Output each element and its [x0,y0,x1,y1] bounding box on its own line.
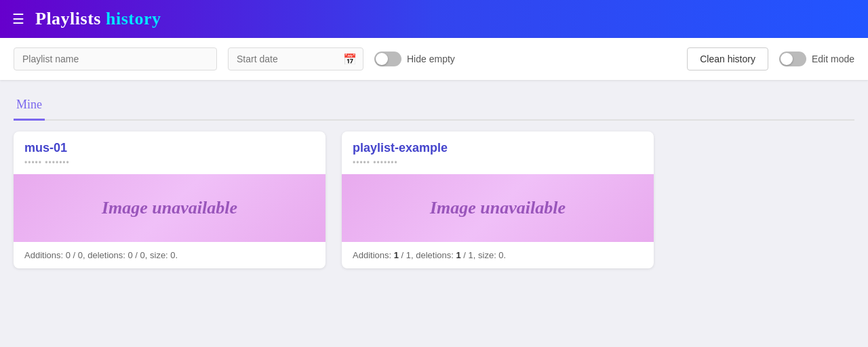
card-title: playlist-example [353,141,643,155]
card-footer-deletions-suffix: / 1, size: 0. [461,250,506,260]
card-footer-text: Additions: 0 / 0, deletions: 0 / 0, size… [24,250,178,260]
playlist-card[interactable]: mus-01 ••••• ••••••• Image unavailable A… [14,131,326,268]
card-footer-deletions-bold: 1 [456,250,461,260]
hide-empty-toggle[interactable] [374,52,401,66]
edit-mode-label: Edit mode [812,54,854,64]
hamburger-icon[interactable]: ☰ [12,11,24,27]
card-footer-additions-bold: 1 [394,250,399,260]
hide-empty-group: Hide empty [374,52,676,66]
card-footer: Additions: 1 / 1, deletions: 1 / 1, size… [342,242,654,268]
card-subtitle: ••••• ••••••• [24,158,315,167]
card-footer-additions-suffix: / 1, deletions: [399,250,456,260]
playlist-card[interactable]: playlist-example ••••• ••••••• Image una… [342,131,654,268]
app-title: Playlists history [35,9,161,29]
playlist-name-input[interactable] [14,47,217,70]
hide-empty-label: Hide empty [407,54,455,64]
title-history: history [106,9,161,28]
title-playlists: Playlists [35,9,101,28]
cards-grid: mus-01 ••••• ••••••• Image unavailable A… [14,131,854,268]
app-header: ☰ Playlists history [0,0,868,38]
card-subtitle: ••••• ••••••• [353,158,643,167]
image-unavailable-text: Image unavailable [102,198,237,218]
tab-mine[interactable]: Mine [14,94,45,121]
toolbar: 📅 Hide empty Clean history Edit mode [0,38,868,80]
image-unavailable-text: Image unavailable [430,198,566,218]
card-header: mus-01 ••••• ••••••• [14,131,326,174]
tabs-row: Mine [14,94,854,121]
edit-mode-toggle[interactable] [779,52,806,66]
card-header: playlist-example ••••• ••••••• [342,131,654,174]
clean-history-button[interactable]: Clean history [687,47,768,70]
content-area: Mine mus-01 ••••• ••••••• Image unavaila… [0,80,868,282]
card-title: mus-01 [24,141,315,155]
edit-mode-group: Edit mode [779,52,854,66]
start-date-wrapper: 📅 [228,47,363,70]
card-footer-additions-prefix: Additions: [353,250,394,260]
card-footer: Additions: 0 / 0, deletions: 0 / 0, size… [14,242,326,268]
card-image: Image unavailable [14,174,326,242]
start-date-input[interactable] [228,47,363,70]
card-image: Image unavailable [342,174,654,242]
